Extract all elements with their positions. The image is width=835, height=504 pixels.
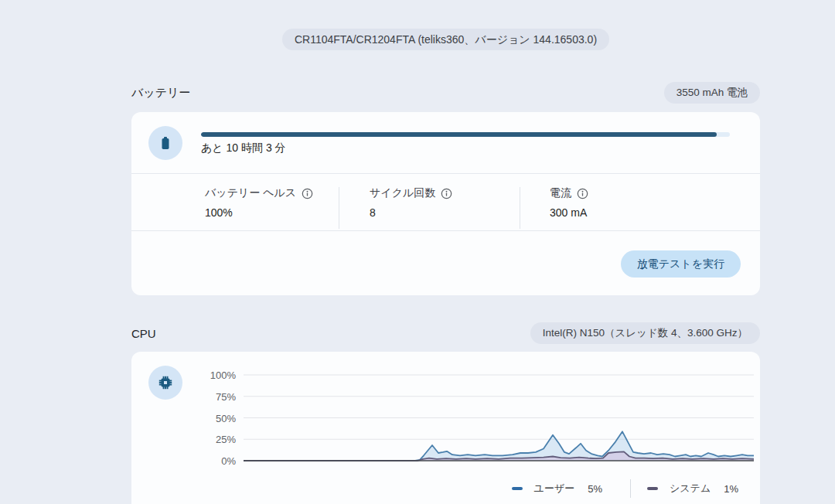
current-label: 電流 xyxy=(550,186,571,200)
divider xyxy=(131,230,760,231)
cycle-count-stat: サイクル回数 8 xyxy=(339,186,520,229)
cycle-count-label-row: サイクル回数 xyxy=(370,186,520,200)
battery-icon-circle xyxy=(148,126,182,160)
ytick-100: 100% xyxy=(174,369,236,383)
legend-item-system: システム 1% xyxy=(647,482,738,495)
system-legend-swatch xyxy=(647,487,658,490)
battery-section-header: バッテリー 3550 mAh 電池 xyxy=(131,82,760,104)
device-banner: CR1104FTA/CR1204FTA (teliks360、バージョン 144… xyxy=(131,29,760,50)
battery-health-stat: バッテリー ヘルス 100% xyxy=(205,186,339,229)
cycle-count-label: サイクル回数 xyxy=(370,186,435,200)
current-value: 300 mA xyxy=(550,206,588,219)
battery-time-remaining: あと 10 時間 3 分 xyxy=(201,141,286,155)
battery-health-value: 100% xyxy=(205,206,339,219)
cpu-section-header: CPU Intel(R) N150（スレッド数 4、3.600 GHz） xyxy=(131,322,760,344)
cycle-count-value: 8 xyxy=(370,206,520,219)
ytick-50: 50% xyxy=(174,412,236,426)
battery-health-label-row: バッテリー ヘルス xyxy=(205,186,339,200)
user-legend-value: 5% xyxy=(588,483,602,495)
battery-card: あと 10 時間 3 分 バッテリー ヘルス 100% サイクル回数 xyxy=(131,112,760,295)
battery-stats-row: バッテリー ヘルス 100% サイクル回数 xyxy=(131,174,760,229)
info-icon[interactable] xyxy=(302,188,313,199)
diagnostics-page: CR1104FTA/CR1204FTA (teliks360、バージョン 144… xyxy=(131,0,760,504)
ytick-75: 75% xyxy=(174,390,236,404)
cpu-spec-badge: Intel(R) N150（スレッド数 4、3.600 GHz） xyxy=(530,322,760,344)
ytick-0: 0% xyxy=(174,455,236,468)
battery-icon xyxy=(156,134,175,152)
current-label-row: 電流 xyxy=(550,186,588,200)
cpu-section-title: CPU xyxy=(131,327,156,340)
battery-actions: 放電テストを実行 xyxy=(621,250,741,278)
cpu-chip-icon xyxy=(156,373,175,392)
battery-capacity-badge: 3550 mAh 電池 xyxy=(664,82,760,104)
system-legend-value: 1% xyxy=(724,483,738,495)
user-legend-label: ユーザー xyxy=(534,482,575,495)
cpu-usage-chart xyxy=(244,372,754,463)
legend-item-user: ユーザー 5% xyxy=(512,482,602,495)
run-discharge-test-button[interactable]: 放電テストを実行 xyxy=(621,250,741,278)
info-icon[interactable] xyxy=(441,188,452,199)
legend-divider xyxy=(630,479,631,498)
battery-charge-fill xyxy=(201,132,717,137)
user-legend-swatch xyxy=(512,487,523,490)
battery-health-label: バッテリー ヘルス xyxy=(205,186,296,200)
system-legend-label: システム xyxy=(670,482,711,495)
device-banner-pill: CR1104FTA/CR1204FTA (teliks360、バージョン 144… xyxy=(282,29,609,50)
info-icon[interactable] xyxy=(577,188,588,199)
battery-charge-bar xyxy=(201,132,730,137)
cpu-card: 100% 75% 50% 25% 0% ユーザー 5% システム xyxy=(131,352,760,504)
current-stat: 電流 300 mA xyxy=(520,186,588,229)
battery-section-title: バッテリー xyxy=(131,86,190,100)
ytick-25: 25% xyxy=(174,433,236,447)
cpu-chart-legend: ユーザー 5% システム 1% xyxy=(512,479,738,498)
